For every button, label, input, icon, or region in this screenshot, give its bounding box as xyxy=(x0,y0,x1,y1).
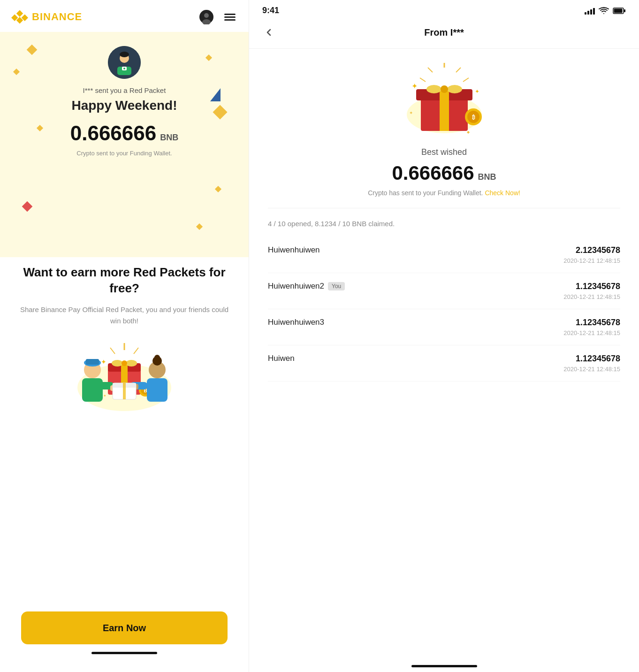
divider xyxy=(268,208,620,208)
sent-text: I*** sent you a Red Packet xyxy=(83,86,166,94)
decoration-diamond-5 xyxy=(215,186,221,192)
svg-point-40 xyxy=(154,355,160,360)
status-icons xyxy=(585,7,626,15)
svg-text:₿: ₿ xyxy=(472,114,475,121)
right-amount-number: 0.666666 xyxy=(392,162,474,184)
recipient-amount: 1.12345678 xyxy=(576,354,620,364)
recipient-amount: 1.12345678 xyxy=(576,282,620,291)
right-wallet-text: Crypto has sent to your Funding Wallet. … xyxy=(268,189,620,197)
menu-icon[interactable] xyxy=(222,9,237,24)
svg-point-5 xyxy=(204,13,209,18)
recipient-row: Huiwenhuiwen2.123456782020-12-21 12:48:1… xyxy=(268,237,620,273)
wifi-icon xyxy=(599,7,609,15)
svg-marker-0 xyxy=(16,10,23,17)
recipient-list: Huiwenhuiwen2.123456782020-12-21 12:48:1… xyxy=(268,237,620,382)
gift-illustration: ₿ ✦ ✦ ✦ ◆ xyxy=(268,63,620,138)
svg-point-25 xyxy=(122,360,127,366)
svg-text:✦: ✦ xyxy=(103,394,106,398)
recipient-right: 1.123456782020-12-21 12:48:15 xyxy=(563,318,620,336)
decoration-diamond-red xyxy=(22,201,33,212)
decoration-diamond-6 xyxy=(37,125,43,131)
right-panel: 9:41 xyxy=(249,0,639,672)
home-indicator-left xyxy=(91,652,157,654)
svg-line-52 xyxy=(456,68,461,72)
right-amount-row: 0.666666 BNB xyxy=(268,162,620,184)
header-icons xyxy=(199,9,237,24)
right-nav: From I*** xyxy=(249,19,639,49)
recipient-name: Huiwenhuiwen2You xyxy=(268,282,345,291)
svg-rect-7 xyxy=(224,14,236,15)
hero-amount-row: 0.666666 BNB xyxy=(70,122,179,145)
status-bar: 9:41 xyxy=(249,0,639,19)
recipient-name: Huiwen xyxy=(268,354,295,363)
svg-line-19 xyxy=(110,348,115,354)
svg-text:✦: ✦ xyxy=(101,358,106,366)
decoration-diamond-2 xyxy=(13,69,20,75)
earn-now-button[interactable]: Earn Now xyxy=(21,611,228,644)
earn-subtitle: Share Binance Pay Official Red Packet, y… xyxy=(19,304,230,327)
svg-rect-49 xyxy=(624,9,625,12)
earn-card: Want to earn more Red Packets for free? … xyxy=(0,248,249,672)
profile-icon[interactable] xyxy=(199,9,214,24)
svg-rect-41 xyxy=(147,378,167,402)
svg-rect-34 xyxy=(86,359,99,365)
left-header: BINANCE xyxy=(0,0,249,32)
svg-text:✦: ✦ xyxy=(411,82,418,90)
recipient-right: 1.123456782020-12-21 12:48:15 xyxy=(563,282,620,300)
svg-rect-8 xyxy=(224,16,236,18)
svg-line-18 xyxy=(134,348,138,354)
check-now-link[interactable]: Check Now! xyxy=(485,189,520,197)
svg-point-24 xyxy=(126,360,137,367)
svg-line-55 xyxy=(420,78,426,82)
hero-amount-number: 0.666666 xyxy=(70,122,157,145)
happy-weekend: Happy Weekend! xyxy=(71,98,177,113)
svg-point-61 xyxy=(441,85,448,93)
binance-logo-icon xyxy=(11,8,28,25)
you-badge: You xyxy=(328,282,345,290)
recipient-left: Huiwenhuiwen xyxy=(268,245,320,255)
best-wished-text: Best wished xyxy=(268,147,620,157)
svg-line-54 xyxy=(463,78,469,82)
recipient-row: Huiwenhuiwen31.123456782020-12-21 12:48:… xyxy=(268,309,620,345)
svg-point-23 xyxy=(112,360,123,367)
recipient-amount: 1.12345678 xyxy=(576,318,620,328)
svg-text:◆: ◆ xyxy=(467,130,470,134)
recipient-name: Huiwenhuiwen xyxy=(268,245,320,255)
decoration-diamond-1 xyxy=(27,45,38,55)
sharing-illustration: B ✦ ✦ ✦ xyxy=(59,341,190,416)
home-indicator-right xyxy=(411,665,477,667)
battery-icon xyxy=(613,7,626,15)
recipient-time: 2020-12-21 12:48:15 xyxy=(563,366,620,373)
recipient-time: 2020-12-21 12:48:15 xyxy=(563,329,620,336)
red-packet-hero: I*** sent you a Red Packet Happy Weekend… xyxy=(0,32,249,257)
decoration-triangle xyxy=(210,88,221,101)
claimed-info: 4 / 10 opened, 8.1234 / 10 BNB claimed. xyxy=(268,220,620,228)
right-amount-currency: BNB xyxy=(478,172,496,182)
sender-avatar xyxy=(108,46,141,79)
svg-text:✦: ✦ xyxy=(409,110,413,115)
recipient-right: 1.123456782020-12-21 12:48:15 xyxy=(563,354,620,373)
recipient-name: Huiwenhuiwen3 xyxy=(268,318,324,327)
hero-amount-currency: BNB xyxy=(160,133,178,143)
recipient-time: 2020-12-21 12:48:15 xyxy=(563,257,620,264)
svg-rect-58 xyxy=(440,89,449,131)
recipient-right: 2.123456782020-12-21 12:48:15 xyxy=(563,245,620,264)
right-nav-title: From I*** xyxy=(277,27,611,38)
recipient-left: Huiwenhuiwen2You xyxy=(268,282,345,291)
status-time: 9:41 xyxy=(262,6,279,15)
svg-rect-35 xyxy=(82,378,103,402)
decoration-diamond-4 xyxy=(213,105,227,119)
signal-bars-icon xyxy=(585,7,595,15)
svg-rect-9 xyxy=(224,19,236,21)
hero-wallet-text: Crypto sent to your Funding Wallet. xyxy=(76,150,172,157)
earn-title: Want to earn more Red Packets for free? xyxy=(19,265,230,297)
decoration-diamond-3 xyxy=(205,54,212,61)
recipient-time: 2020-12-21 12:48:15 xyxy=(563,293,620,300)
left-panel: BINANCE xyxy=(0,0,249,672)
right-content: ₿ ✦ ✦ ✦ ◆ Best wished 0.666666 BNB Crypt… xyxy=(249,49,639,658)
recipient-amount: 2.12345678 xyxy=(576,245,620,255)
back-button[interactable] xyxy=(260,24,277,41)
svg-point-15 xyxy=(123,68,125,69)
svg-point-60 xyxy=(447,85,462,93)
decoration-diamond-7 xyxy=(196,223,203,230)
